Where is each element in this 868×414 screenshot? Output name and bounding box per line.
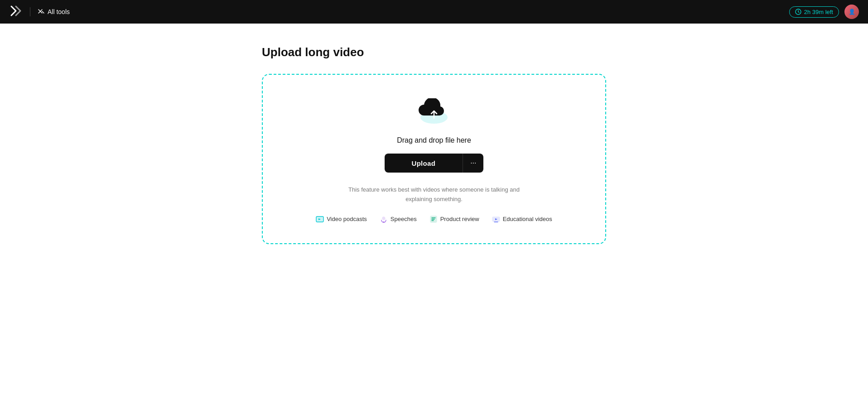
navbar-left: All tools <box>9 4 70 19</box>
cloud-upload-icon <box>418 98 450 127</box>
avatar-initials: 👤 <box>849 9 855 15</box>
hint-text: This feature works best with videos wher… <box>334 185 534 204</box>
upload-dropzone[interactable]: Drag and drop file here Upload ··· This … <box>262 74 606 244</box>
clock-icon <box>795 9 801 15</box>
navbar-right: 2h 39m left 👤 <box>789 5 859 19</box>
svg-point-7 <box>382 217 385 220</box>
educational-videos-label: Educational videos <box>503 216 552 222</box>
upload-button-group: Upload ··· <box>385 154 484 173</box>
video-podcasts-icon <box>316 215 324 223</box>
drag-drop-text: Drag and drop file here <box>397 136 471 144</box>
video-podcasts-label: Video podcasts <box>327 216 367 222</box>
speeches-label: Speeches <box>391 216 417 222</box>
upload-more-options-button[interactable]: ··· <box>463 154 483 173</box>
upload-button[interactable]: Upload <box>385 154 463 173</box>
more-options-dots: ··· <box>470 159 476 167</box>
time-left-badge[interactable]: 2h 39m left <box>789 6 839 18</box>
nav-divider <box>30 7 30 16</box>
navbar: All tools 2h 39m left 👤 <box>0 0 868 24</box>
educational-videos-icon <box>492 215 500 223</box>
tags-row: Video podcasts Speeches <box>316 215 552 223</box>
logo-icon[interactable] <box>9 4 23 19</box>
speeches-icon <box>380 215 388 223</box>
tag-video-podcasts: Video podcasts <box>316 215 367 223</box>
tag-speeches: Speeches <box>380 215 417 223</box>
all-tools-label: All tools <box>48 8 70 15</box>
main-content: Upload long video Drag and drop file her… <box>0 24 868 414</box>
product-review-label: Product review <box>440 216 479 222</box>
product-review-icon <box>429 215 438 223</box>
time-left-text: 2h 39m left <box>804 9 833 15</box>
tag-educational-videos: Educational videos <box>492 215 552 223</box>
page-title: Upload long video <box>262 45 364 59</box>
svg-line-2 <box>42 11 44 13</box>
all-tools-button[interactable]: All tools <box>38 8 70 15</box>
tag-product-review: Product review <box>429 215 479 223</box>
avatar[interactable]: 👤 <box>844 5 859 19</box>
all-tools-icon <box>38 8 45 15</box>
